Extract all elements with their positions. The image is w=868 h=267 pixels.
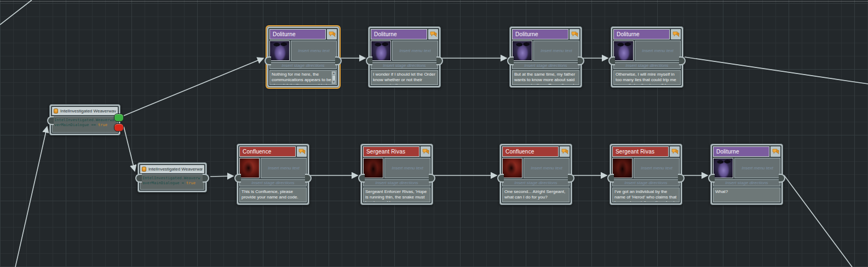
script-node[interactable]: IntelInvestigated WeaverwaverM. IntelInv… xyxy=(137,162,207,192)
character-portrait xyxy=(269,41,290,61)
node-title: Doliturne xyxy=(713,146,769,157)
menu-text-field[interactable]: Insert menu text xyxy=(392,41,438,61)
stage-directions-field[interactable]: Insert stage directions xyxy=(612,179,680,186)
input-pin[interactable] xyxy=(265,56,271,65)
speech-bubble-icon xyxy=(670,146,680,157)
input-pin[interactable] xyxy=(366,56,372,65)
dialogue-node[interactable]: Doliturne Insert menu text Insert stage … xyxy=(267,26,340,88)
stage-directions-field[interactable]: Insert stage directions xyxy=(502,179,570,186)
dialogue-text[interactable]: Sergeant Enforcer Rivas, 'Hope is runnin… xyxy=(363,188,430,202)
dialogue-text[interactable]: Nothing for me here, the communications … xyxy=(269,70,337,85)
menu-text-field[interactable]: Insert menu text xyxy=(634,158,680,178)
connection-edge[interactable] xyxy=(124,58,263,116)
speech-bubble-icon xyxy=(560,146,570,157)
script-expression[interactable]: IntelInvestigated.WeaverwaverMainDialogu… xyxy=(52,116,118,133)
flow-canvas[interactable]: Doliturne Insert menu text Insert stage … xyxy=(0,0,868,267)
node-title: Sergeant Rivas xyxy=(363,146,419,157)
menu-text-field[interactable]: Insert menu text xyxy=(384,158,430,178)
stage-directions-field[interactable]: Insert stage directions xyxy=(239,179,307,186)
stage-directions-field[interactable]: Insert stage directions xyxy=(269,62,337,69)
dialogue-node[interactable]: Confluence Insert menu text Insert stage… xyxy=(499,144,572,205)
output-pin-false[interactable] xyxy=(114,123,124,132)
script-node[interactable]: IntelInvestigated WeaverwaverM. IntelInv… xyxy=(49,104,120,135)
dialogue-node[interactable]: Confluence Insert menu text Insert stage… xyxy=(237,144,309,205)
stage-directions-placeholder: Insert stage directions xyxy=(624,180,667,185)
script-icon xyxy=(54,109,58,113)
input-pin[interactable] xyxy=(497,174,504,183)
node-title: Doliturne xyxy=(269,29,326,39)
stage-directions-placeholder: Insert stage directions xyxy=(514,180,557,185)
character-portrait xyxy=(371,41,391,61)
menu-text-placeholder: Insert menu text xyxy=(741,166,773,171)
input-pin[interactable] xyxy=(607,174,614,183)
menu-text-field[interactable]: Insert menu text xyxy=(261,158,307,178)
output-pin-true[interactable] xyxy=(114,113,124,122)
input-pin[interactable] xyxy=(608,56,615,65)
character-portrait xyxy=(713,158,733,178)
stage-directions-field[interactable]: Insert stage directions xyxy=(512,62,579,69)
dialogue-node[interactable]: Doliturne Insert menu text Insert stage … xyxy=(710,144,783,205)
input-pin[interactable] xyxy=(708,174,715,183)
menu-text-placeholder: Insert menu text xyxy=(531,166,562,171)
dialogue-node[interactable]: Sergeant Rivas Insert menu text Insert s… xyxy=(610,144,682,205)
dialogue-text[interactable]: I wonder if I should let the Order know … xyxy=(371,70,438,85)
node-title: Confluence xyxy=(502,146,559,157)
dialogue-text[interactable]: Otherwise, I will mire myself in too man… xyxy=(613,70,681,85)
speech-bubble-icon xyxy=(297,146,307,157)
stage-directions-placeholder: Insert stage directions xyxy=(375,180,418,185)
stage-directions-field[interactable]: Insert stage directions xyxy=(371,62,438,69)
stage-directions-placeholder: Insert stage directions xyxy=(524,63,567,68)
speech-bubble-icon xyxy=(671,29,681,39)
speech-bubble-icon xyxy=(428,29,438,39)
input-pin[interactable] xyxy=(507,56,514,65)
character-portrait xyxy=(239,158,260,178)
menu-text-field[interactable]: Insert menu text xyxy=(635,41,681,61)
character-portrait xyxy=(613,41,634,61)
input-pin[interactable] xyxy=(358,174,365,183)
stage-directions-field[interactable]: Insert stage directions xyxy=(363,179,430,186)
menu-text-field[interactable]: Insert menu text xyxy=(734,158,780,178)
menu-text-field[interactable]: Insert menu text xyxy=(533,41,579,61)
connection-edge[interactable] xyxy=(124,127,135,171)
menu-text-field[interactable]: Insert menu text xyxy=(524,158,570,178)
menu-text-placeholder: Insert menu text xyxy=(399,48,430,53)
dialogue-text[interactable]: This is Confluence, please provide your … xyxy=(239,188,307,202)
menu-text-placeholder: Insert menu text xyxy=(541,48,572,53)
input-pin[interactable] xyxy=(234,174,241,183)
dialogue-node[interactable]: Doliturne Insert menu text Insert stage … xyxy=(611,26,683,88)
connection-edge[interactable] xyxy=(15,127,47,267)
stage-directions-placeholder: Insert stage directions xyxy=(281,63,324,68)
dialogue-text[interactable]: But at the same time, my father wants to… xyxy=(512,70,579,85)
connection-edge[interactable] xyxy=(685,57,868,84)
zone-boundary-line xyxy=(0,1,868,2)
speech-bubble-icon xyxy=(421,146,430,157)
input-pin[interactable] xyxy=(135,174,142,183)
dialogue-node[interactable]: Doliturne Insert menu text Insert stage … xyxy=(509,26,582,88)
dialogue-node[interactable]: Sergeant Rivas Insert menu text Insert s… xyxy=(360,144,433,205)
character-portrait xyxy=(512,41,532,61)
menu-text-field[interactable]: Insert menu text xyxy=(291,41,337,61)
speech-bubble-icon xyxy=(570,29,579,39)
node-title: Doliturne xyxy=(371,29,427,39)
dialogue-text[interactable]: I've got an individual by the name of 'H… xyxy=(612,188,680,202)
stage-directions-field[interactable]: Insert stage directions xyxy=(613,62,681,69)
input-pin[interactable] xyxy=(47,116,54,125)
node-title: IntelInvestigated WeaverwaverM. xyxy=(60,109,116,113)
menu-text-placeholder: Insert menu text xyxy=(642,48,673,53)
node-title: Sergeant Rivas xyxy=(612,146,669,157)
dialogue-text[interactable]: One second... Alright Sergeant, what can… xyxy=(502,188,570,202)
dialogue-node[interactable]: Doliturne Insert menu text Insert stage … xyxy=(368,26,441,88)
dialogue-text[interactable]: What? xyxy=(713,188,780,202)
stage-directions-placeholder: Insert stage directions xyxy=(625,63,668,68)
script-expression[interactable]: IntelInvestigated.WeaverwaverMainDialogu… xyxy=(140,174,204,190)
connection-edge[interactable] xyxy=(0,0,32,25)
connection-edge[interactable] xyxy=(210,176,233,177)
character-portrait xyxy=(612,158,633,178)
menu-text-placeholder: Insert menu text xyxy=(392,166,423,171)
stage-directions-placeholder: Insert stage directions xyxy=(725,180,768,185)
connection-edge[interactable] xyxy=(784,175,852,267)
node-title: Confluence xyxy=(239,146,296,157)
stage-directions-field[interactable]: Insert stage directions xyxy=(713,179,780,186)
stage-directions-placeholder: Insert stage directions xyxy=(383,63,426,68)
body-scrollbar[interactable]: ▲▼ xyxy=(331,71,336,84)
